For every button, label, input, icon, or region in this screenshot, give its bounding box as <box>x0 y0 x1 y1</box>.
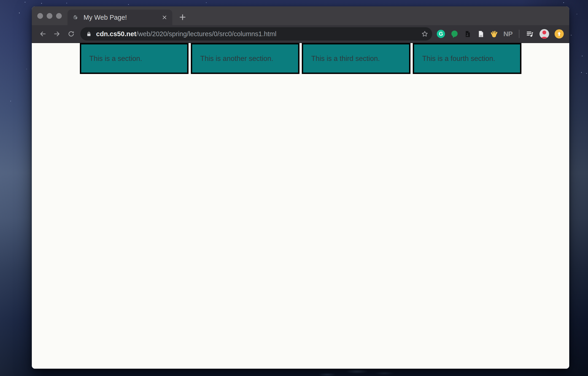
waving-hand-icon <box>490 30 498 38</box>
white-document-extension-button[interactable] <box>477 30 484 38</box>
back-arrow-icon <box>39 30 46 38</box>
new-tab-button[interactable] <box>177 12 188 22</box>
tab-my-web-page[interactable]: My Web Page! <box>67 10 172 25</box>
zoom-window-button[interactable] <box>56 13 62 19</box>
person-silhouette-icon <box>539 29 549 39</box>
window-controls <box>37 6 62 25</box>
forward-arrow-icon <box>53 30 61 38</box>
globe-favicon-icon <box>72 14 78 21</box>
url-text: cdn.cs50.net/web/2020/spring/lectures/0/… <box>96 30 276 38</box>
browser-window: My Web Page! <box>32 6 569 369</box>
up-arrow-icon <box>556 31 562 37</box>
grammarly-extension-button[interactable]: G <box>437 30 445 38</box>
page-content: This is a section. This is another secti… <box>32 43 569 369</box>
address-bar[interactable]: cdn.cs50.net/web/2020/spring/lectures/0/… <box>80 27 432 41</box>
toolbar-separator <box>519 30 519 38</box>
extension-area: G <box>437 29 564 39</box>
section-text: This is a fourth section. <box>422 55 495 63</box>
playlist-music-icon <box>526 30 534 38</box>
section-box-1: This is a section. <box>80 43 189 74</box>
back-button[interactable] <box>37 28 48 39</box>
url-path: /web/2020/spring/lectures/0/src0/columns… <box>136 30 277 38</box>
section-text: This is a section. <box>89 55 142 63</box>
bookmark-star-button[interactable] <box>421 30 429 38</box>
section-box-2: This is another section. <box>191 43 299 74</box>
section-text: This is another section. <box>200 55 273 63</box>
dark-document-icon <box>464 30 472 38</box>
reload-icon <box>67 30 75 38</box>
green-balloon-extension-button[interactable] <box>451 30 459 38</box>
section-box-3: This is a third section. <box>302 43 410 74</box>
url-host: cdn.cs50.net <box>96 30 136 38</box>
star-icon <box>421 30 429 38</box>
waving-hand-extension-button[interactable] <box>490 30 498 38</box>
forward-button[interactable] <box>52 28 63 39</box>
section-text: This is a third section. <box>311 55 380 63</box>
np-extension-button[interactable]: NP <box>503 30 513 38</box>
dark-document-extension-button[interactable] <box>464 30 472 38</box>
tab-title: My Web Page! <box>84 14 127 21</box>
profile-avatar[interactable] <box>539 29 549 39</box>
tab-strip: My Web Page! <box>32 6 569 25</box>
green-balloon-icon <box>451 30 459 38</box>
toolbar: cdn.cs50.net/web/2020/spring/lectures/0/… <box>32 25 569 43</box>
minimize-window-button[interactable] <box>47 13 52 19</box>
desktop-wallpaper: My Web Page! <box>0 0 588 376</box>
columns-row: This is a section. This is another secti… <box>80 43 521 74</box>
section-box-4: This is a fourth section. <box>413 43 521 74</box>
plus-icon <box>179 13 187 21</box>
media-playlist-button[interactable] <box>526 30 534 38</box>
reload-button[interactable] <box>66 28 77 39</box>
white-document-icon <box>477 30 484 38</box>
lock-icon[interactable] <box>86 31 92 37</box>
wallpaper-stars <box>0 0 1 1</box>
close-window-button[interactable] <box>37 13 43 19</box>
browser-update-button[interactable] <box>555 29 564 38</box>
tab-close-icon[interactable] <box>161 14 168 21</box>
grammarly-icon: G <box>437 30 445 38</box>
